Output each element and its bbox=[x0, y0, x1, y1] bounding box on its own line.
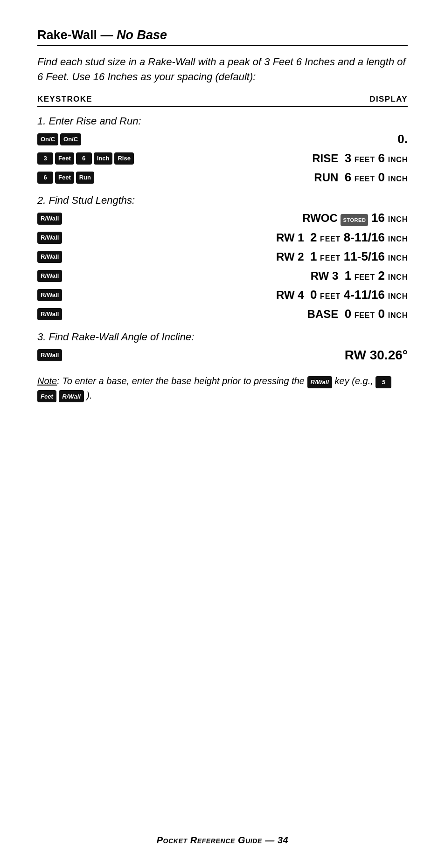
display-value: RW 30.26° bbox=[140, 348, 408, 363]
key-sequence: R/Wall bbox=[37, 251, 140, 263]
table-row: 3 Feet 6 Inch Rise RISE 3 FEET 6 INCH bbox=[37, 150, 408, 167]
rwall-key-2: R/Wall bbox=[37, 232, 62, 244]
stored-badge: STORED bbox=[341, 214, 368, 226]
table-row: R/Wall RW 3 1 FEET 2 INCH bbox=[37, 268, 408, 284]
keystroke-header: KEYSTROKE bbox=[37, 95, 92, 104]
display-header: DISPLAY bbox=[369, 95, 408, 104]
onc-key-1: On/C bbox=[37, 133, 58, 145]
title-divider bbox=[37, 45, 408, 46]
note-text: To enter a base, enter the base height p… bbox=[62, 376, 307, 386]
footer: Pocket Reference Guide — 34 bbox=[0, 835, 445, 846]
key-feet-1: Feet bbox=[55, 152, 74, 165]
key-sequence: R/Wall bbox=[37, 232, 140, 244]
table-row: On/C On/C 0. bbox=[37, 131, 408, 148]
section-1: 1. Enter Rise and Run: On/C On/C 0. 3 Fe… bbox=[37, 115, 408, 186]
display-value: BASE 0 FEET 0 INCH bbox=[140, 307, 408, 321]
note-text-3: ). bbox=[86, 390, 92, 400]
column-headers: KEYSTROKE DISPLAY bbox=[37, 95, 408, 107]
rwall-key-5: R/Wall bbox=[37, 289, 62, 301]
display-value: RWOC STORED 16 INCH bbox=[140, 211, 408, 226]
footer-text: Pocket Reference Guide — 34 bbox=[157, 835, 289, 845]
note-section: Note: To enter a base, enter the base he… bbox=[37, 374, 408, 403]
key-inch: Inch bbox=[94, 152, 113, 165]
key-sequence: R/Wall bbox=[37, 349, 140, 361]
key-run: Run bbox=[76, 172, 94, 184]
key-6: 6 bbox=[76, 152, 92, 165]
onc-key-2: On/C bbox=[60, 133, 81, 145]
rwall-key-7: R/Wall bbox=[37, 349, 62, 361]
section-2: 2. Find Stud Lengths: R/Wall RWOC STORED… bbox=[37, 194, 408, 323]
table-row: R/Wall BASE 0 FEET 0 INCH bbox=[37, 306, 408, 323]
key-sequence: R/Wall bbox=[37, 308, 140, 320]
rwall-key-6: R/Wall bbox=[37, 308, 62, 320]
rwall-key-3: R/Wall bbox=[37, 251, 62, 263]
display-value: RISE 3 FEET 6 INCH bbox=[140, 151, 408, 165]
key-sequence: R/Wall bbox=[37, 289, 140, 301]
section-2-heading: 2. Find Stud Lengths: bbox=[37, 194, 408, 207]
rwall-key-1: R/Wall bbox=[37, 213, 62, 225]
display-value: RUN 6 FEET 0 INCH bbox=[140, 170, 408, 185]
intro-text: Find each stud size in a Rake-Wall with … bbox=[37, 55, 408, 84]
rwall-key-note: R/Wall bbox=[307, 376, 333, 388]
note-text-2: key (e.g., bbox=[335, 376, 376, 386]
note-label: Note bbox=[37, 376, 57, 386]
key-rise: Rise bbox=[114, 152, 133, 165]
display-value: RW 3 1 FEET 2 INCH bbox=[140, 269, 408, 283]
key-feet-2: Feet bbox=[55, 172, 74, 184]
section-1-heading: 1. Enter Rise and Run: bbox=[37, 115, 408, 127]
key-sequence: 3 Feet 6 Inch Rise bbox=[37, 152, 140, 165]
table-row: R/Wall RW 1 2 FEET 8-11/16 INCH bbox=[37, 229, 408, 246]
display-value: 0. bbox=[140, 132, 408, 146]
table-row: R/Wall RW 4 0 FEET 4-11/16 INCH bbox=[37, 287, 408, 303]
rwall-key-4: R/Wall bbox=[37, 270, 62, 282]
display-value: RW 4 0 FEET 4-11/16 INCH bbox=[140, 288, 408, 302]
feet-key-note: Feet bbox=[37, 390, 56, 402]
section-3-heading: 3. Find Rake-Wall Angle of Incline: bbox=[37, 331, 408, 343]
display-value: RW 2 1 FEET 11-5/16 INCH bbox=[140, 249, 408, 264]
key-5-note: 5 bbox=[375, 376, 391, 388]
table-row: R/Wall RW 2 1 FEET 11-5/16 INCH bbox=[37, 248, 408, 265]
key-sequence: On/C On/C bbox=[37, 133, 140, 145]
section-3: 3. Find Rake-Wall Angle of Incline: R/Wa… bbox=[37, 331, 408, 364]
table-row: R/Wall RW 30.26° bbox=[37, 347, 408, 364]
page-title: Rake-Wall — No Base bbox=[37, 28, 408, 42]
key-sequence: R/Wall bbox=[37, 213, 140, 225]
table-row: R/Wall RWOC STORED 16 INCH bbox=[37, 210, 408, 227]
rwall-key-note2: R/Wall bbox=[59, 390, 84, 402]
key-sequence: R/Wall bbox=[37, 270, 140, 282]
key-sequence: 6 Feet Run bbox=[37, 172, 140, 184]
key-3: 3 bbox=[37, 152, 53, 165]
key-6b: 6 bbox=[37, 172, 53, 184]
display-value: RW 1 2 FEET 8-11/16 INCH bbox=[140, 230, 408, 245]
table-row: 6 Feet Run RUN 6 FEET 0 INCH bbox=[37, 169, 408, 186]
